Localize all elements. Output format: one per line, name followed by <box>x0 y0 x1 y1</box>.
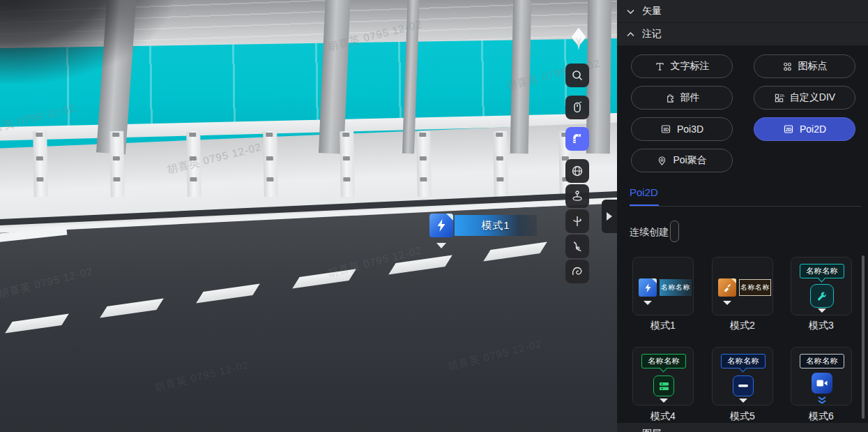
scene-poi-marker[interactable]: 模式1 <box>427 211 546 251</box>
template-name: 模式6 <box>791 410 852 423</box>
rotate-axis-tool-button[interactable] <box>565 209 589 233</box>
camera-icon <box>812 373 832 394</box>
marker-label[interactable]: 模式1 <box>455 215 537 236</box>
button-label: Poi2D <box>800 124 826 135</box>
tab-divider <box>630 206 861 207</box>
button-label: 图标点 <box>798 60 828 73</box>
globe-tool-button[interactable] <box>565 159 589 183</box>
minus-icon <box>733 375 754 396</box>
brush-icon <box>718 278 736 297</box>
section-label: 图层 <box>642 428 662 432</box>
button-icon-point[interactable]: 图标点 <box>754 54 855 78</box>
button-label: Poi3D <box>677 124 703 135</box>
marker-lightning-icon[interactable] <box>429 214 453 237</box>
anchor-triangle <box>644 301 652 305</box>
template-card-mode5[interactable]: 名称名称 <box>712 347 773 405</box>
anchor-triangle <box>723 301 731 305</box>
curve-tool-icon <box>571 240 584 253</box>
template-name: 模式3 <box>791 320 852 332</box>
viewport-3d[interactable]: 胡喜英 0795 12-02 胡喜英 0795 12-02 胡喜英 0795 1… <box>0 0 617 432</box>
list-icon <box>653 375 674 396</box>
template-card-mode2[interactable]: 名称名称 <box>712 257 773 315</box>
mouse-tool-button[interactable] <box>565 96 589 119</box>
arch-rib <box>510 0 532 154</box>
section-label: 注记 <box>642 28 662 40</box>
fence-post <box>416 131 432 197</box>
template-name: 模式1 <box>632 320 694 332</box>
tool-rail <box>565 64 589 287</box>
arch-rib <box>586 0 611 154</box>
text-annotation-icon <box>655 61 665 72</box>
tab-poi2d[interactable]: Poi2D <box>630 186 658 198</box>
pipe-tool-button[interactable] <box>565 127 589 151</box>
section-header-layers[interactable]: 图层 <box>617 423 868 432</box>
continuous-create-toggle[interactable] <box>670 221 679 242</box>
template-card-mode6[interactable]: 名称名称 <box>791 347 852 405</box>
template-name: 模式5 <box>712 410 773 423</box>
fence-post <box>340 131 355 197</box>
continuous-create-label: 连续创建 <box>630 226 669 239</box>
rotate-axis-icon <box>571 215 584 228</box>
svg-text:2D: 2D <box>786 127 792 132</box>
component-icon <box>664 93 675 103</box>
street-view-icon <box>571 190 584 202</box>
template-badge: 名称名称 <box>800 354 844 368</box>
panel-scrollbar[interactable] <box>862 255 865 419</box>
lightning-icon <box>639 278 657 297</box>
template-name: 模式2 <box>712 320 773 332</box>
fence-post <box>493 131 508 197</box>
poi2d-icon: 2D <box>783 124 794 135</box>
mouse-icon <box>571 101 584 114</box>
svg-text:DIV: DIV <box>779 94 784 98</box>
button-label: 部件 <box>680 91 700 104</box>
globe-icon <box>571 165 584 177</box>
button-poi3d[interactable]: 3D Poi3D <box>631 117 733 141</box>
chevron-right-icon <box>607 212 612 221</box>
fence-post <box>186 131 201 197</box>
app-window: 胡喜英 0795 12-02 胡喜英 0795 12-02 胡喜英 0795 1… <box>0 0 868 432</box>
poi-cluster-icon <box>657 156 667 166</box>
button-component[interactable]: 部件 <box>631 86 733 110</box>
button-custom-div[interactable]: DIV 自定义DIV <box>754 86 855 110</box>
button-label: 文字标注 <box>671 60 710 73</box>
marker-anchor-triangle <box>436 243 446 248</box>
template-badge: 名称名称 <box>739 279 771 296</box>
button-text-annotation[interactable]: 文字标注 <box>631 54 733 78</box>
chevron-up-icon <box>627 32 634 37</box>
button-poi2d[interactable]: 2D Poi2D <box>754 117 855 141</box>
section-header-annotation[interactable]: 注记 <box>617 23 868 46</box>
custom-div-icon: DIV <box>774 93 784 103</box>
folded-corner <box>446 214 453 221</box>
template-card-mode3[interactable]: 名称名称 <box>791 257 852 315</box>
template-name: 模式4 <box>632 410 694 423</box>
curve-tool-button[interactable] <box>565 234 589 258</box>
panel-collapse-handle[interactable] <box>602 200 617 233</box>
fence-post <box>109 131 125 197</box>
button-label: Poi聚合 <box>673 154 706 167</box>
anchor-triangle <box>739 399 747 403</box>
spiral-icon <box>571 265 584 278</box>
search-tool-button[interactable] <box>565 64 589 87</box>
section-label: 矢量 <box>642 5 662 17</box>
anchor-triangle <box>660 399 668 403</box>
corner-vignette <box>0 0 174 84</box>
fence-post <box>33 131 48 197</box>
fence-post <box>263 131 278 197</box>
right-panel: 矢量 注记 文字标注 图标点 部件 DIV 自定义DIV 3D Poi3D 2D <box>617 0 868 432</box>
search-icon <box>571 69 584 82</box>
section-header-vector[interactable]: 矢量 <box>617 0 868 23</box>
anchor-triangle <box>818 308 826 313</box>
template-card-mode1[interactable]: 名称名称 <box>632 257 694 315</box>
svg-text:3D: 3D <box>663 127 669 132</box>
poi3d-icon: 3D <box>660 124 671 135</box>
button-poi-cluster[interactable]: Poi聚合 <box>631 149 733 172</box>
template-card-mode4[interactable]: 名称名称 <box>632 347 694 405</box>
double-chevron-down-icon <box>818 396 826 404</box>
icon-point-icon <box>782 61 793 72</box>
button-label: 自定义DIV <box>790 91 835 104</box>
street-view-tool-button[interactable] <box>565 184 589 208</box>
chevron-down-icon <box>627 9 634 14</box>
wrench-icon <box>810 284 834 308</box>
template-badge: 名称名称 <box>660 279 692 296</box>
spiral-tool-button[interactable] <box>565 260 589 283</box>
